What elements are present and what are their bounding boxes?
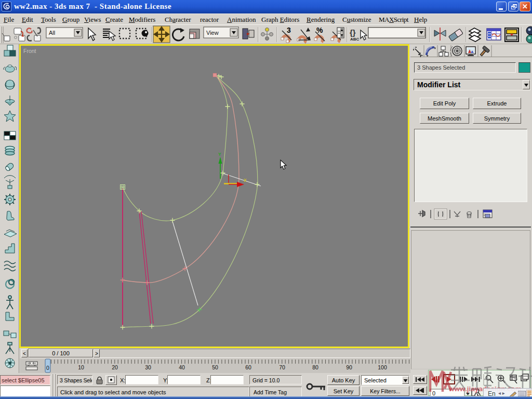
svg-text:%: % xyxy=(316,26,323,34)
svg-text:50: 50 xyxy=(212,364,218,370)
svg-text:Y: Y xyxy=(218,152,221,157)
svg-text:90: 90 xyxy=(346,364,352,370)
svg-text:3: 3 xyxy=(287,26,291,34)
svg-text:30: 30 xyxy=(145,364,151,370)
svg-text:20: 20 xyxy=(112,364,118,370)
svg-text:40: 40 xyxy=(179,364,185,370)
svg-text:60: 60 xyxy=(245,364,251,370)
svg-text:70: 70 xyxy=(279,364,285,370)
svg-text:{}: {} xyxy=(350,28,356,37)
svg-text:100: 100 xyxy=(378,364,387,370)
svg-text:80: 80 xyxy=(312,364,318,370)
svg-text:0: 0 xyxy=(46,365,49,371)
svg-text:All: All xyxy=(49,30,55,36)
svg-text:X: X xyxy=(244,178,247,183)
svg-text:View: View xyxy=(206,30,219,36)
svg-text:ABC: ABC xyxy=(350,37,360,42)
svg-text:10: 10 xyxy=(78,364,84,370)
